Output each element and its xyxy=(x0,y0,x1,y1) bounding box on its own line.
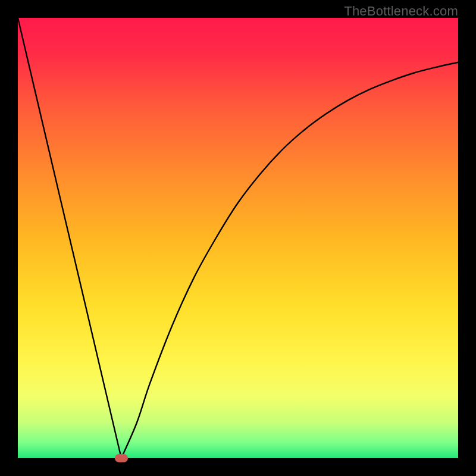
chart-frame xyxy=(18,18,458,458)
curve-path xyxy=(18,18,458,458)
bottleneck-curve xyxy=(18,18,458,458)
watermark-text: TheBottleneck.com xyxy=(344,4,458,19)
optimal-point-marker xyxy=(115,454,128,462)
